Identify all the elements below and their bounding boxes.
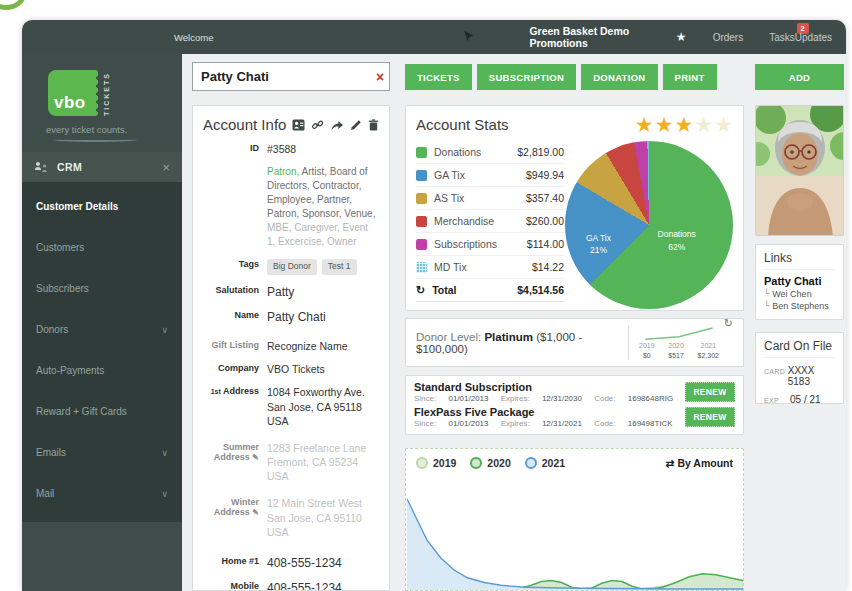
field-summer-address: SummerAddress ✎ 1283 Freelance LaneFremo… <box>203 441 379 484</box>
tag-chip[interactable]: Test 1 <box>322 259 357 274</box>
legend-swatch <box>416 147 427 158</box>
field-value: Recognize Name <box>267 339 348 353</box>
print-button[interactable]: PRINT <box>663 64 717 90</box>
logo-vertical-text: TICKETS <box>103 70 110 116</box>
edit-icon[interactable]: ✎ <box>252 508 259 517</box>
tagline: every ticket counts. <box>46 124 182 135</box>
field-salutation: Salutation Patty <box>203 284 379 300</box>
close-icon[interactable]: × <box>162 160 170 175</box>
legend-swatch <box>416 216 427 227</box>
donation-button[interactable]: DONATION <box>581 64 657 90</box>
legend-ring-2020[interactable] <box>470 457 482 469</box>
field-value: 408-555-1234 <box>267 555 342 571</box>
field-name: Name Patty Chati <box>203 309 379 325</box>
refresh-icon[interactable]: ↻ <box>416 284 425 297</box>
field-id: ID #3588 <box>203 142 379 156</box>
legend-ring-2019[interactable] <box>416 457 428 469</box>
legend-row[interactable]: MD Tix $14.22 <box>416 256 564 279</box>
action-buttons: TICKETS SUBSCRIPTION DONATION PRINT <box>405 64 717 90</box>
add-button[interactable]: ADD <box>755 64 844 90</box>
subscription-button[interactable]: SUBSCRIPTION <box>477 64 576 90</box>
sidebar-item-customer-details[interactable]: Customer Details <box>22 186 182 227</box>
ticket-perforation <box>95 74 100 112</box>
tickets-button[interactable]: TICKETS <box>405 64 472 90</box>
renew-button[interactable]: RENEW <box>685 382 735 402</box>
card-number-row: CARD XXXX 5183 <box>764 365 835 387</box>
field-label: Winter <box>231 497 259 507</box>
field-label: Company <box>203 362 259 376</box>
link-icon[interactable] <box>311 119 324 131</box>
field-label-sup: 1st <box>211 388 221 395</box>
field-roles: Patron, Artist, Board of Directors, Cont… <box>203 165 379 249</box>
legend-swatch <box>416 262 427 273</box>
yearly-area-chart[interactable] <box>407 490 743 590</box>
link-child[interactable]: └ Wei Chen <box>764 289 835 299</box>
customer-photo[interactable] <box>755 105 844 236</box>
logo[interactable]: vbo TICKETS <box>22 54 182 116</box>
account-stats-pie-chart[interactable] <box>565 141 733 309</box>
share-icon[interactable] <box>330 119 344 131</box>
contact-card-icon[interactable] <box>292 119 305 131</box>
chart-legend: 2019 2020 2021 ⇄ By Amount <box>416 457 733 469</box>
sidebar-item-donors[interactable]: Donors ∨ <box>22 309 182 350</box>
legend-ring-2021[interactable] <box>525 457 537 469</box>
nav-updates[interactable]: Updates <box>795 32 832 43</box>
field-tags: Tags Big DonorTest 1 <box>203 258 379 274</box>
subscription-meta: Since: 01/01/2013 Expires: 12/31/2021 Co… <box>414 419 685 428</box>
edit-icon[interactable]: ✎ <box>252 453 259 462</box>
renew-button[interactable]: RENEW <box>685 407 735 427</box>
swap-icon: ⇄ <box>666 457 675 469</box>
field-address-1: 1st Address 1084 Foxworthy Ave.San Jose,… <box>203 385 379 428</box>
link-child[interactable]: └ Ben Stephens <box>764 301 835 311</box>
app-window: Welcome Green Basket Demo Promotions ★ O… <box>22 20 846 591</box>
field-label: Name <box>203 309 259 325</box>
sidebar-item-label: Mail <box>36 488 54 499</box>
account-info-card: Account Info ID #3588 <box>192 105 390 591</box>
field-value: Patty Chati <box>267 309 326 325</box>
legend-total-row: ↻ Total $4,514.56 <box>416 279 564 302</box>
star-icon: ★ <box>635 114 654 135</box>
legend-row[interactable]: AS Tix $357.40 <box>416 187 564 210</box>
sidebar-item-label: Customer Details <box>36 201 118 212</box>
link-primary[interactable]: Patty Chati <box>764 275 835 287</box>
edit-icon[interactable] <box>350 119 362 131</box>
sidebar-item-mail[interactable]: Mail ∨ <box>22 473 182 514</box>
by-amount-toggle[interactable]: ⇄ By Amount <box>666 457 733 469</box>
legend-row[interactable]: Subscriptions $114.00 <box>416 233 564 256</box>
legend-row[interactable]: Merchandise $260.00 <box>416 210 564 233</box>
rating-stars[interactable]: ★★★★★ <box>635 114 733 135</box>
sidebar-item-emails[interactable]: Emails ∨ <box>22 432 182 473</box>
org-title[interactable]: Green Basket Demo Promotions <box>529 25 653 49</box>
yearly-chart-card: 2019 2020 2021 ⇄ By Amount <box>405 448 744 591</box>
star-icon[interactable]: ★ <box>676 30 687 44</box>
sidebar-item-label: Emails <box>36 447 66 458</box>
sidebar-item-reward-gift-cards[interactable]: Reward + Gift Cards <box>22 391 182 432</box>
sidebar: vbo TICKETS every ticket counts. CRM × C… <box>22 54 182 591</box>
vbo-logo-icon: vbo <box>48 70 98 116</box>
roles-green[interactable]: Patron, <box>267 166 299 177</box>
field-home-phone: Home #1 408-555-1234 <box>203 555 379 571</box>
tag-chip[interactable]: Big Donor <box>267 259 317 274</box>
sidebar-item-customers[interactable]: Customers <box>22 227 182 268</box>
sidebar-item-auto-payments[interactable]: Auto-Payments <box>22 350 182 391</box>
star-icon: ★ <box>694 114 713 135</box>
clear-icon[interactable]: × <box>376 69 384 85</box>
nav-tasks[interactable]: Tasks 2 <box>769 32 795 43</box>
refresh-icon[interactable]: ↻ <box>724 317 733 330</box>
nav-orders[interactable]: Orders <box>713 32 744 43</box>
decorative-green-arc <box>0 0 26 10</box>
field-value: Patty <box>267 284 294 300</box>
sidebar-item-label: Donors <box>36 324 68 335</box>
field-gift-listing: Gift Listing Recognize Name <box>203 339 379 353</box>
subscription-name: Standard Subscription <box>414 381 685 393</box>
trash-icon[interactable] <box>368 119 379 131</box>
field-label: Tags <box>203 258 259 274</box>
portrait-image <box>756 106 844 236</box>
legend-row[interactable]: GA Tix $949.94 <box>416 164 564 187</box>
sidebar-item-subscribers[interactable]: Subscribers <box>22 268 182 309</box>
star-icon: ★ <box>714 114 733 135</box>
search-input[interactable] <box>201 69 376 84</box>
legend-row[interactable]: Donations $2,819.00 <box>416 141 564 164</box>
cursor-icon <box>463 30 474 45</box>
legend-swatch <box>416 239 427 250</box>
